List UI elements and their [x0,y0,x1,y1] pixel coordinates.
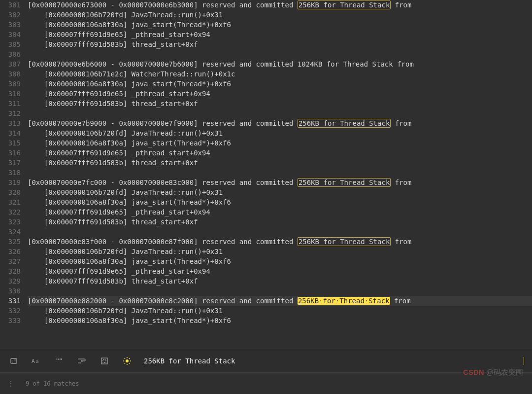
line-number: 327 [0,256,21,266]
code-line[interactable]: [0x0000000106a8f30a] java_start(Thread*)… [28,316,532,325]
line-number: 331 [0,296,21,306]
line-number: 322 [0,207,21,217]
code-line[interactable]: [0x00007fff691d583b] thread_start+0xf [28,158,532,168]
line-number: 310 [0,89,21,99]
line-number: 319 [0,178,21,187]
code-line[interactable]: [0x000070000e7b9000 - 0x000070000e7f9000… [28,118,532,128]
code-line[interactable] [28,227,532,237]
line-number: 332 [0,306,21,316]
line-number: 318 [0,168,21,178]
code-line[interactable]: [0x0000000106b720fd] JavaThread::run()+0… [28,247,532,256]
line-number: 309 [0,79,21,89]
highlight-all-icon[interactable] [121,355,133,367]
code-line[interactable] [28,286,532,296]
code-line[interactable]: [0x00007fff691d9e65] _pthread_start+0x94 [28,148,532,158]
line-number: 314 [0,128,21,138]
line-number: 302 [0,10,21,20]
line-number: 320 [0,187,21,197]
search-match: 256KB for Thread Stack [298,119,391,128]
line-number: 324 [0,227,21,237]
svg-text:"": "" [56,358,62,364]
code-line[interactable] [28,108,532,118]
match-count: 9 of 16 matches [26,380,79,387]
in-selection-icon[interactable] [99,355,110,367]
code-line[interactable]: [0x0000000106a8f30a] java_start(Thread*)… [28,79,532,89]
code-line[interactable]: [0x0000000106b71e2c] WatcherThread::run(… [28,69,532,79]
line-number: 321 [0,197,21,207]
line-number: 306 [0,49,21,59]
code-area[interactable]: [0x000070000e673000 - 0x000070000e6b3000… [28,0,532,343]
svg-text:A: A [32,358,35,364]
code-line[interactable]: [0x000070000e673000 - 0x000070000e6b3000… [28,0,532,10]
svg-line-12 [125,358,126,359]
search-match: 256KB for Thread Stack [298,237,391,246]
svg-line-14 [125,363,126,364]
status-bar: ⋮ 9 of 16 matches [0,372,532,394]
code-editor[interactable]: 3013023033043053063073083093103113123133… [0,0,532,343]
line-number: 304 [0,30,21,39]
line-number: 329 [0,276,21,286]
code-line[interactable]: [0x0000000106a8f30a] java_start(Thread*)… [28,197,532,207]
code-line[interactable]: [0x0000000106a8f30a] java_start(Thread*)… [28,256,532,266]
code-line[interactable]: [0x00007fff691d583b] thread_start+0xf [28,217,532,227]
svg-line-15 [129,358,130,359]
line-number: 333 [0,316,21,325]
line-number: 326 [0,247,21,256]
wrap-icon[interactable] [76,355,88,367]
case-sensitive-icon[interactable]: Aa [31,355,42,367]
line-number: 323 [0,217,21,227]
code-line[interactable]: [0x00007fff691d583b] thread_start+0xf [28,276,532,286]
search-match: 256KB for Thread Stack [298,178,391,187]
line-number: 312 [0,108,21,118]
svg-point-7 [126,359,129,362]
search-input[interactable]: 256KB for Thread Stack [144,357,523,365]
line-number: 325 [0,237,21,247]
search-match: 256KB for Thread Stack [298,0,391,9]
line-number: 317 [0,158,21,168]
line-number: 308 [0,69,21,79]
code-line[interactable]: [0x0000000106b720fd] JavaThread::run()+0… [28,306,532,316]
text-caret [524,357,524,365]
svg-text:a: a [36,359,38,364]
line-number: 313 [0,118,21,128]
code-line[interactable]: [0x0000000106b720fd] JavaThread::run()+0… [28,10,532,20]
search-input-wrap[interactable]: 256KB for Thread Stack [144,357,524,365]
svg-rect-5 [101,358,107,364]
code-line[interactable]: [0x00007fff691d9e65] _pthread_start+0x94 [28,30,532,39]
line-number: 311 [0,99,21,108]
code-line[interactable]: [0x0000000106b720fd] JavaThread::run()+0… [28,187,532,197]
line-number: 330 [0,286,21,296]
code-line[interactable]: [0x000070000e6b6000 - 0x000070000e7b6000… [28,59,532,69]
code-line[interactable]: [0x0000000106b720fd] JavaThread::run()+0… [28,128,532,138]
code-line[interactable] [28,168,532,178]
line-number: 303 [0,20,21,30]
code-line[interactable]: [0x00007fff691d9e65] _pthread_start+0x94 [28,207,532,217]
code-line[interactable]: [0x00007fff691d9e65] _pthread_start+0x94 [28,266,532,276]
code-line[interactable]: [0x00007fff691d9e65] _pthread_start+0x94 [28,89,532,99]
svg-rect-6 [103,359,106,362]
code-line[interactable]: [0x000070000e83f000 - 0x000070000e87f000… [28,237,532,247]
line-number: 307 [0,59,21,69]
code-line[interactable]: [0x00007fff691d583b] thread_start+0xf [28,99,532,108]
line-number: 315 [0,138,21,148]
line-number: 328 [0,266,21,276]
search-match: 256KB·for·Thread·Stack [298,297,390,305]
line-number-gutter: 3013023033043053063073083093103113123133… [0,0,28,343]
line-number: 305 [0,39,21,49]
find-toolbar: .* Aa "" 256KB for Thread Stack [0,349,532,372]
code-line[interactable] [28,49,532,59]
svg-text:.*: .* [11,359,16,363]
code-line[interactable]: [0x0000000106a8f30a] java_start(Thread*)… [28,20,532,30]
code-line[interactable]: [0x000070000e882000 - 0x000070000e8c2000… [28,296,532,306]
regex-icon[interactable]: .* [8,355,20,367]
code-line[interactable]: [0x000070000e7fc000 - 0x000070000e83c000… [28,178,532,187]
code-line[interactable]: [0x00007fff691d583b] thread_start+0xf [28,39,532,49]
svg-line-13 [129,363,130,364]
code-line[interactable]: [0x0000000106a8f30a] java_start(Thread*)… [28,138,532,148]
line-number: 316 [0,148,21,158]
line-number: 301 [0,0,21,10]
more-icon[interactable]: ⋮ [8,380,14,387]
whole-word-icon[interactable]: "" [53,355,65,367]
